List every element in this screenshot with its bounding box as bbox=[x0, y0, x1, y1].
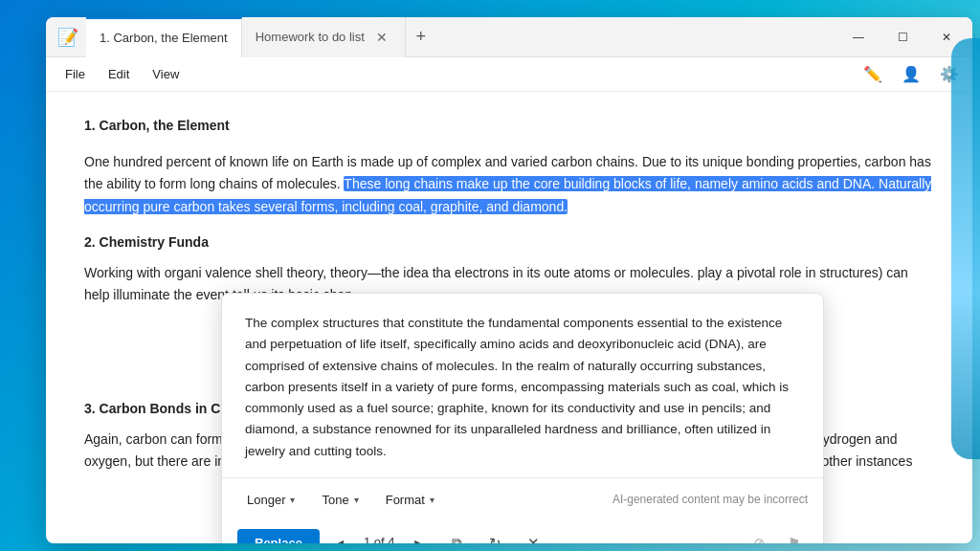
format-dropdown[interactable]: Format ▾ bbox=[376, 488, 444, 512]
menu-edit[interactable]: Edit bbox=[97, 63, 141, 85]
title-bar: 📝 1. Carbon, the Element Homework to do … bbox=[46, 17, 972, 57]
menu-bar: File Edit View ✏️ 👤 ⚙️ bbox=[46, 57, 972, 92]
tab-carbon-label: 1. Carbon, the Element bbox=[100, 31, 228, 45]
tab-homework-label: Homework to do list bbox=[256, 30, 365, 44]
prev-suggestion-button[interactable]: ◄ bbox=[325, 529, 354, 543]
tab-carbon[interactable]: 1. Carbon, the Element bbox=[86, 17, 242, 57]
doc-title: 1. Carbon, the Element bbox=[84, 115, 934, 136]
tone-chevron: ▾ bbox=[354, 495, 359, 505]
ai-suggestion-card: The complex structures that constitute t… bbox=[221, 293, 824, 543]
ai-disclaimer: AI-generated content may be incorrect bbox=[612, 491, 808, 509]
format-label: Format bbox=[386, 493, 425, 507]
ai-card-footer: Longer ▾ Tone ▾ Format ▾ AI-generated co… bbox=[222, 477, 823, 521]
main-window: 📝 1. Carbon, the Element Homework to do … bbox=[46, 17, 972, 543]
edit-icon-btn[interactable]: ✏️ bbox=[858, 59, 888, 90]
ai-card-actions: Replace ◄ 1 of 4 ► ⧉ ↻ ✕ ⊘ ⚑ bbox=[222, 521, 823, 543]
suggestion-count: 1 of 4 bbox=[360, 533, 399, 543]
thumbs-down-icon[interactable]: ⊘ bbox=[745, 529, 773, 543]
tone-dropdown[interactable]: Tone ▾ bbox=[312, 488, 368, 512]
copy-button[interactable]: ⧉ bbox=[442, 529, 471, 543]
longer-label: Longer bbox=[247, 493, 285, 507]
app-icon: 📝 bbox=[57, 27, 78, 48]
menu-file[interactable]: File bbox=[54, 63, 97, 85]
document-area: 1. Carbon, the Element One hundred perce… bbox=[46, 92, 972, 543]
window-controls: — ☐ ✕ bbox=[836, 22, 969, 53]
refresh-button[interactable]: ↻ bbox=[480, 529, 509, 543]
minimize-button[interactable]: — bbox=[836, 22, 880, 53]
format-chevron: ▾ bbox=[430, 495, 434, 505]
tab-homework[interactable]: Homework to do list ✕ bbox=[242, 17, 406, 57]
tab-homework-close[interactable]: ✕ bbox=[372, 28, 391, 47]
tone-label: Tone bbox=[322, 493, 348, 507]
close-ai-button[interactable]: ✕ bbox=[519, 529, 547, 543]
flag-icon[interactable]: ⚑ bbox=[779, 529, 808, 543]
tab-add-button[interactable]: + bbox=[406, 22, 436, 53]
next-suggestion-button[interactable]: ► bbox=[404, 529, 433, 543]
section-2-title: 2. Chemistry Funda bbox=[84, 231, 934, 253]
longer-dropdown[interactable]: Longer ▾ bbox=[237, 488, 304, 512]
ai-generated-text: The complex structures that constitute t… bbox=[245, 316, 789, 458]
profile-icon-btn[interactable]: 👤 bbox=[896, 59, 926, 90]
toolbar-right: ✏️ 👤 ⚙️ bbox=[858, 59, 965, 90]
replace-button[interactable]: Replace bbox=[237, 529, 320, 543]
blue-blob-decoration bbox=[951, 38, 980, 459]
doc-para-1: One hundred percent of known life on Ear… bbox=[84, 151, 934, 217]
longer-chevron: ▾ bbox=[290, 495, 295, 505]
maximize-button[interactable]: ☐ bbox=[880, 22, 924, 53]
ai-card-body: The complex structures that constitute t… bbox=[222, 294, 823, 477]
menu-view[interactable]: View bbox=[141, 63, 190, 85]
